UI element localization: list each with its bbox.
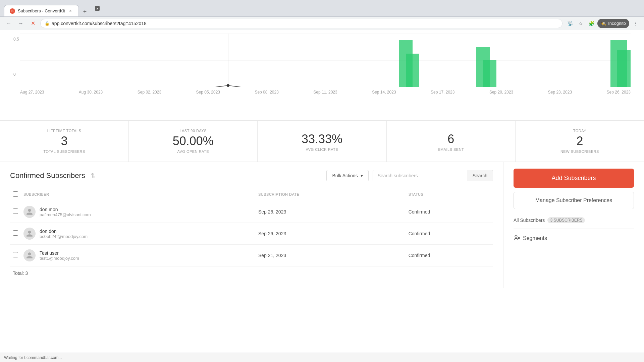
table-row: don don bc0bb24f@moodjoy.com Sep 26, 202… [10, 223, 493, 245]
bookmark-icon[interactable]: ☆ [576, 19, 585, 28]
main-content: Confirmed Subscribers ⇅ Bulk Actions ▾ S… [0, 162, 644, 288]
tab-close-button[interactable]: × [68, 8, 73, 14]
stat-click-rate: 33.33% Avg Click Rate [258, 121, 386, 162]
row-checkbox-cell-1 [10, 223, 21, 245]
stat-click-rate-label: Avg Click Rate [306, 147, 338, 152]
row-checkbox-cell-0 [10, 201, 21, 223]
status-message: Waiting for t.commandbar.com... [4, 355, 62, 360]
browser-chrome: S Subscribers - ConvertKit × + ▲ [0, 0, 644, 17]
row-date-0: Sep 26, 2023 [256, 201, 406, 223]
svg-rect-10 [617, 50, 631, 87]
stat-click-rate-value: 33.33% [302, 132, 342, 146]
subscribers-header: Confirmed Subscribers ⇅ Bulk Actions ▾ S… [10, 170, 493, 181]
incognito-icon: 🕵 [601, 21, 606, 26]
bulk-actions-label: Bulk Actions [332, 173, 358, 178]
status-bar: Waiting for t.commandbar.com... [0, 353, 644, 362]
x-label-6: Sep 14, 2023 [372, 90, 396, 95]
subscriber-email-0: pafimen475@alvisani.com [40, 212, 91, 217]
x-label-7: Sep 17, 2023 [431, 90, 454, 95]
nav-actions: 📡 ☆ 🧩 🕵 Incognito ⋮ [565, 19, 640, 28]
lock-icon: 🔒 [45, 21, 50, 26]
x-label-9: Sep 23, 2023 [548, 90, 572, 95]
extension-icon[interactable]: 🧩 [587, 19, 596, 28]
stat-emails-value: 6 [447, 132, 454, 146]
subscriber-avatar-0 [23, 206, 36, 218]
forward-button[interactable]: → [16, 19, 25, 28]
svg-point-4 [227, 84, 229, 87]
stat-lifetime-label: Lifetime Totals [47, 129, 82, 133]
svg-point-11 [515, 235, 517, 238]
header-status: Status [406, 188, 493, 201]
subscriber-details-2: Test user test1@moodjoy.com [40, 250, 79, 261]
incognito-button[interactable]: 🕵 Incognito [597, 19, 629, 28]
stat-open-rate-value: 50.00% [173, 134, 214, 148]
menu-icon[interactable]: ⋮ [631, 19, 640, 28]
header-checkbox-cell [10, 188, 21, 201]
add-subscribers-button[interactable]: Add Subscribers [514, 169, 634, 188]
stats-bar: Lifetime Totals 3 Total Subscribers Last… [0, 121, 644, 162]
subscriber-email-2: test1@moodjoy.com [40, 256, 79, 261]
header-subscription-date: Subscription Date [256, 188, 406, 201]
row-checkbox-1[interactable] [13, 230, 18, 236]
subscriber-info-2: Test user test1@moodjoy.com [23, 249, 253, 261]
stat-90days-label: Last 90 Days [179, 129, 207, 133]
stat-total-subscribers-label: Total Subscribers [43, 149, 85, 154]
stat-new-subs-value: 2 [576, 134, 583, 148]
search-button[interactable]: Search [467, 170, 493, 181]
status-loading: Waiting for t.commandbar.com... [4, 355, 62, 360]
all-subscribers-label: All Subscribers [514, 218, 545, 223]
table-header: Subscriber Subscription Date Status [10, 188, 493, 201]
all-subscribers-row[interactable]: All Subscribers 3 SUBSCRIBERS [514, 212, 634, 229]
url-text: app.convertkit.com/subscribers?tag=41520… [52, 21, 147, 26]
manage-subscriber-preferences-button[interactable]: Manage Subscriber Preferences [514, 192, 634, 209]
stat-new-subs: Today 2 New Subscribers [516, 121, 644, 162]
subscriber-name-1: don don [40, 229, 88, 234]
svg-rect-6 [406, 54, 419, 87]
stat-today-label: Today [573, 129, 586, 133]
subscriber-details-1: don don bc0bb24f@moodjoy.com [40, 229, 88, 239]
subscriber-details-0: don mon pafimen475@alvisani.com [40, 207, 91, 217]
sort-icon[interactable]: ⇅ [91, 172, 96, 179]
segments-icon [514, 234, 520, 242]
new-tab-button[interactable]: + [80, 7, 90, 16]
row-checkbox-cell-2 [10, 245, 21, 266]
chart-x-labels: Aug 27, 2023 Aug 30, 2023 Sep 02, 2023 S… [13, 90, 631, 95]
subscriber-avatar-2 [23, 249, 36, 261]
cast-icon[interactable]: 📡 [565, 19, 575, 28]
subscribers-table: Subscriber Subscription Date Status [10, 188, 493, 266]
row-checkbox-0[interactable] [13, 208, 18, 214]
bulk-actions-button[interactable]: Bulk Actions ▾ [326, 170, 368, 181]
confirmed-subscribers-title: Confirmed Subscribers [10, 171, 85, 180]
active-tab[interactable]: S Subscribers - ConvertKit × [4, 5, 79, 16]
subscriber-info-1: don don bc0bb24f@moodjoy.com [23, 228, 253, 240]
header-subscriber: Subscriber [21, 188, 256, 201]
row-checkbox-2[interactable] [13, 252, 18, 257]
minimize-icon[interactable]: ▲ [95, 6, 100, 11]
address-bar[interactable]: 🔒 app.convertkit.com/subscribers?tag=415… [40, 19, 562, 28]
svg-rect-8 [483, 60, 496, 87]
row-status-0: Confirmed [406, 201, 493, 223]
x-label-5: Sep 11, 2023 [313, 90, 337, 95]
subscribers-table-container: Subscriber Subscription Date Status [10, 188, 493, 280]
stat-new-subs-label: New Subscribers [560, 149, 599, 154]
chart-section: 0.5 0 [0, 34, 644, 121]
reload-button[interactable]: ✕ [28, 19, 38, 28]
search-input[interactable] [373, 170, 467, 181]
subscriber-avatar-1 [23, 228, 36, 240]
back-button[interactable]: ← [4, 19, 13, 28]
header-actions: Bulk Actions ▾ Search [326, 170, 493, 181]
row-status-2: Confirmed [406, 245, 493, 266]
select-all-checkbox[interactable] [13, 191, 18, 197]
tab-title: Subscribers - ConvertKit [18, 8, 65, 13]
row-status-1: Confirmed [406, 223, 493, 245]
row-subscriber-2: Test user test1@moodjoy.com [21, 245, 256, 266]
x-label-0: Aug 27, 2023 [20, 90, 44, 95]
subscriber-email-1: bc0bb24f@moodjoy.com [40, 234, 88, 239]
row-date-2: Sep 21, 2023 [256, 245, 406, 266]
segments-row[interactable]: Segments [514, 229, 634, 248]
stat-total-subscribers-value: 3 [61, 134, 68, 148]
page-content: 0.5 0 [0, 30, 644, 362]
segments-label: Segments [523, 235, 547, 241]
table-row: Test user test1@moodjoy.com Sep 21, 2023… [10, 245, 493, 266]
x-label-4: Sep 08, 2023 [255, 90, 278, 95]
